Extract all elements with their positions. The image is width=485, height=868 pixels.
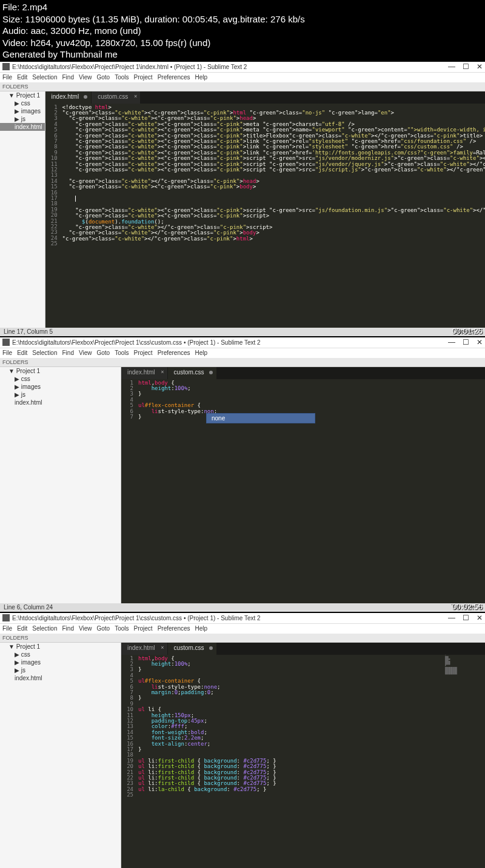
close-icon[interactable]: × — [161, 369, 164, 375]
folders-header: FOLDERS — [0, 82, 485, 91]
menu-view[interactable]: View — [79, 625, 92, 632]
line-gutter: 1234567 — [121, 367, 136, 603]
window-2: E:\htdocs\digitaltutors\Flexbox\Project\… — [0, 337, 485, 612]
menubar: File Edit Selection Find View Goto Tools… — [0, 348, 485, 358]
minimap[interactable]: ████████████████████████████████████████… — [443, 643, 485, 869]
menu-find[interactable]: Find — [62, 74, 74, 81]
sidebar[interactable]: ▼ Project 1 ▶ css ▶ images ▶ js index.ht… — [0, 91, 45, 328]
editor[interactable]: index.html custom.css× 12345678910111213… — [45, 91, 485, 328]
menu-tools[interactable]: Tools — [115, 74, 129, 81]
line-gutter: 1234567891011121314151617181920212223242… — [121, 643, 136, 869]
menu-file[interactable]: File — [2, 74, 12, 81]
menu-find[interactable]: Find — [62, 350, 74, 357]
menu-view[interactable]: View — [79, 350, 92, 357]
close-button[interactable]: ✕ — [477, 338, 483, 346]
code-area[interactable]: <!doctype html> "c-green">class="c-white… — [60, 91, 485, 328]
window-title: E:\htdocs\digitaltutors\Flexbox\Project\… — [12, 339, 448, 346]
sidebar-file-index[interactable]: index.html — [0, 123, 45, 131]
sidebar-item-js[interactable]: ▶ js — [0, 391, 121, 399]
tab-index[interactable]: index.html× — [121, 643, 167, 655]
folders-header: FOLDERS — [0, 634, 485, 643]
app-icon — [2, 614, 10, 621]
menu-help[interactable]: Help — [195, 74, 208, 81]
titlebar[interactable]: E:\htdocs\digitaltutors\Flexbox\Project\… — [0, 337, 485, 348]
minimize-button[interactable]: — — [448, 338, 455, 346]
tab-index[interactable]: index.html× — [121, 367, 167, 379]
tab-custom[interactable]: custom.css — [168, 367, 216, 379]
menu-selection[interactable]: Selection — [32, 350, 57, 357]
tab-bar: index.html× custom.css — [121, 367, 485, 379]
sidebar-item-css[interactable]: ▶ css — [0, 99, 45, 107]
menu-goto[interactable]: Goto — [96, 74, 110, 81]
tab-bar: index.html custom.css× — [45, 91, 485, 104]
titlebar[interactable]: E:\htdocs\digitaltutors\Flexbox\Project\… — [0, 613, 485, 624]
menu-goto[interactable]: Goto — [96, 350, 110, 357]
menubar: File Edit Selection Find View Goto Tools… — [0, 73, 485, 82]
tab-custom[interactable]: custom.css× — [92, 91, 140, 104]
line-gutter: 1234567891011121314151617181920212223242… — [45, 91, 60, 328]
close-icon[interactable]: × — [134, 93, 137, 99]
sidebar-item-css[interactable]: ▶ css — [0, 651, 121, 658]
menu-tools[interactable]: Tools — [115, 625, 129, 632]
tab-index[interactable]: index.html — [45, 91, 92, 104]
maximize-button[interactable]: ☐ — [463, 614, 469, 622]
maximize-button[interactable]: ☐ — [463, 62, 469, 71]
window-title: E:\htdocs\digitaltutors\Flexbox\Project\… — [12, 615, 448, 621]
close-icon[interactable]: × — [161, 644, 164, 651]
menu-edit[interactable]: Edit — [17, 625, 27, 632]
sidebar-file-index[interactable]: index.html — [0, 399, 121, 406]
menu-help[interactable]: Help — [195, 350, 208, 357]
menu-file[interactable]: File — [2, 625, 12, 632]
menu-project[interactable]: Project — [134, 625, 153, 632]
code-area[interactable]: html,body { height:100%; } ul#flex-conta… — [136, 367, 443, 603]
menu-edit[interactable]: Edit — [17, 74, 27, 81]
menu-edit[interactable]: Edit — [17, 350, 27, 357]
autocomplete-popup[interactable]: none — [206, 413, 315, 423]
minimize-button[interactable]: — — [448, 62, 455, 71]
sidebar-root[interactable]: ▼ Project 1 — [0, 643, 121, 651]
sidebar-root[interactable]: ▼ Project 1 — [0, 91, 45, 99]
sidebar-root[interactable]: ▼ Project 1 — [0, 367, 121, 375]
menu-selection[interactable]: Selection — [32, 74, 57, 81]
tab-custom[interactable]: custom.css — [168, 643, 216, 655]
sidebar-item-images[interactable]: ▶ images — [0, 107, 45, 115]
unsaved-dot-icon — [209, 646, 213, 650]
sidebar-item-css[interactable]: ▶ css — [0, 375, 121, 383]
window-1: E:\htdocs\digitaltutors\Flexbox\Project\… — [0, 62, 485, 336]
sidebar[interactable]: ▼ Project 1 ▶ css ▶ images ▶ js index.ht… — [0, 643, 121, 869]
sidebar-file-index[interactable]: index.html — [0, 674, 121, 682]
menu-preferences[interactable]: Preferences — [158, 74, 190, 81]
menu-preferences[interactable]: Preferences — [158, 350, 190, 357]
menu-selection[interactable]: Selection — [32, 625, 57, 632]
sidebar-item-images[interactable]: ▶ images — [0, 383, 121, 391]
maximize-button[interactable]: ☐ — [463, 338, 469, 346]
minimize-button[interactable]: — — [448, 614, 455, 622]
menu-project[interactable]: Project — [134, 74, 153, 81]
menu-preferences[interactable]: Preferences — [158, 625, 190, 632]
timestamp: 00:01:26 — [452, 326, 483, 336]
titlebar[interactable]: E:\htdocs\digitaltutors\Flexbox\Project\… — [0, 62, 485, 73]
video-metadata: File: 2.mp4 Size: 11906000 bytes (11.35 … — [0, 0, 485, 62]
menu-view[interactable]: View — [79, 74, 92, 81]
editor[interactable]: index.html× custom.css 12345678910111213… — [121, 643, 485, 869]
menu-tools[interactable]: Tools — [115, 350, 129, 357]
editor[interactable]: index.html× custom.css 1234567 html,body… — [121, 367, 485, 603]
menu-help[interactable]: Help — [195, 625, 208, 632]
menu-goto[interactable]: Goto — [96, 625, 110, 632]
menu-file[interactable]: File — [2, 350, 12, 357]
minimap[interactable]: ██████████████████████████ — [443, 367, 485, 603]
unsaved-dot-icon — [84, 95, 87, 99]
sidebar-item-js[interactable]: ▶ js — [0, 115, 45, 123]
folders-header: FOLDERS — [0, 358, 485, 367]
close-button[interactable]: ✕ — [477, 62, 483, 71]
menu-project[interactable]: Project — [134, 350, 153, 357]
sidebar-item-images[interactable]: ▶ images — [0, 658, 121, 666]
window-3: E:\htdocs\digitaltutors\Flexbox\Project\… — [0, 613, 485, 869]
sidebar[interactable]: ▼ Project 1 ▶ css ▶ images ▶ js index.ht… — [0, 367, 121, 603]
menu-find[interactable]: Find — [62, 625, 74, 632]
tab-bar: index.html× custom.css — [121, 643, 485, 655]
close-button[interactable]: ✕ — [477, 614, 483, 622]
status-left: Line 6, Column 24 — [4, 604, 53, 611]
code-area[interactable]: html,body { height:100%; } ul#flex-conta… — [136, 643, 443, 869]
sidebar-item-js[interactable]: ▶ js — [0, 666, 121, 674]
